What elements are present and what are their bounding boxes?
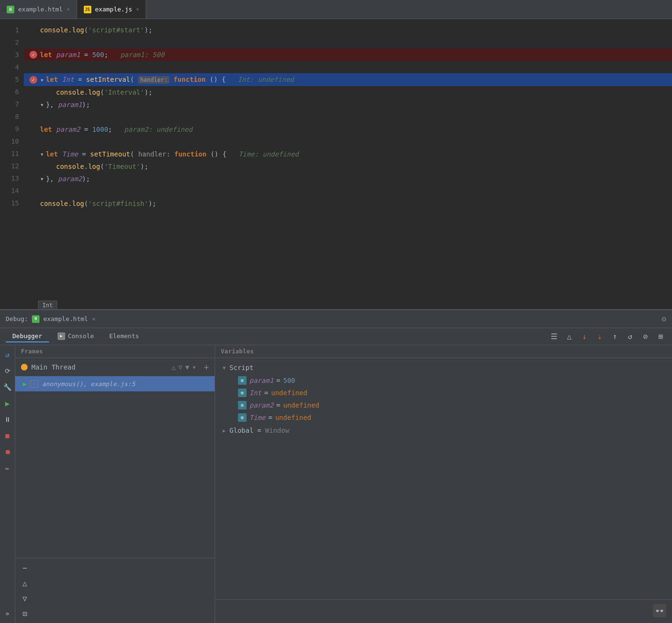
debug-header: Debug: H example.html × ⚙ (0, 310, 672, 328)
vars-scroll-up[interactable]: △ (19, 577, 30, 589)
settings-icon[interactable]: ⚙ (662, 314, 666, 323)
pencil-btn[interactable]: ✏ (2, 462, 13, 474)
code-line-4 (24, 61, 672, 73)
code-line-7: ▾ }, param1); (24, 98, 672, 111)
script-group-label: Script (229, 364, 254, 371)
var-name-param2: param2 (249, 401, 274, 409)
play-btn[interactable]: ▶ (2, 398, 13, 409)
stop-btn[interactable]: ■ (2, 430, 13, 441)
code-content: console.log('script#start'); ✓ let param… (24, 19, 672, 309)
sync-btn[interactable]: ⟳ (2, 365, 13, 377)
code-line-8 (24, 111, 672, 123)
html-icon: H (7, 6, 14, 13)
global-chevron: ▶ (223, 428, 226, 433)
var-name-param1: param1 (249, 377, 274, 384)
debug-panel: Debug: H example.html × ⚙ Debugger ▶ Con… (0, 309, 672, 623)
code-line-10 (24, 136, 672, 148)
debug-close[interactable]: × (92, 315, 96, 322)
toolbar-btn-return[interactable]: ↑ (609, 331, 621, 342)
code-line-5: ✓ ▾ let Int = setInterval( handler: func… (24, 73, 672, 86)
var-eq-1: = (277, 377, 280, 384)
var-eq-4: = (268, 414, 272, 421)
tab-js[interactable]: JS example.js × (77, 0, 147, 19)
watch-glasses-btn[interactable]: 👓 (653, 604, 666, 617)
var-int: ⊡ Int = undefined (223, 387, 664, 399)
js-icon: JS (84, 6, 91, 13)
thread-down[interactable]: ▽ (178, 363, 182, 371)
console-icon: ▶ (58, 332, 65, 340)
thread-up[interactable]: △ (171, 363, 175, 371)
variables-panel: Variables ▼ Script ⊡ param1 = 500 ⊡ In (215, 345, 672, 623)
thread-menu[interactable]: ▾ (192, 363, 196, 371)
wrench-btn[interactable]: 🔧 (2, 381, 13, 393)
thread-filter[interactable]: ▼ (185, 363, 189, 371)
code-line-13: ▾ }, param2); (24, 173, 672, 185)
frame-label: anonymous(), example.js:5 (42, 380, 135, 388)
var-type-time: ⊡ (238, 413, 247, 422)
expand-btn[interactable]: » (2, 608, 13, 619)
variable-tooltip: Int (38, 301, 57, 309)
tab-html[interactable]: H example.html × (0, 0, 77, 19)
breakpoint-5[interactable]: ✓ (30, 76, 37, 84)
code-line-12: console.log('Timeout'); (24, 160, 672, 173)
line-numbers: 1 2 3 4 5 6 7 8 9 10 11 12 13 14 15 (0, 19, 24, 309)
var-eq-2: = (264, 389, 268, 397)
toolbar-btn-stepout[interactable]: ⇣ (594, 331, 605, 342)
vars-copy-btn[interactable]: ⊡ (19, 608, 30, 619)
var-val-int: undefined (271, 389, 307, 397)
tab-debugger[interactable]: Debugger (6, 331, 49, 342)
global-group-header[interactable]: ▶ Global = Window (223, 424, 664, 437)
script-group-header[interactable]: ▼ Script (223, 361, 664, 374)
tab-js-close[interactable]: × (136, 6, 139, 12)
toolbar-btn-stop[interactable]: ⊘ (640, 331, 651, 342)
debug-file-name: example.html (43, 315, 88, 322)
variables-section: ▼ Script ⊡ param1 = 500 ⊡ Int = undefine… (215, 358, 672, 599)
var-val-param2: undefined (283, 401, 319, 409)
frames-panel: Frames Main Thread △ ▽ ▼ ▾ + ▶ ⊡ anonymo… (15, 345, 215, 623)
var-type-param1: ⊡ (238, 376, 247, 385)
left-controls: ↺ ⟳ 🔧 ▶ ⏸ ■ ⏺ ✏ » (0, 345, 15, 623)
thread-row: Main Thread △ ▽ ▼ ▾ + (15, 358, 215, 376)
code-line-1: console.log('script#start'); (24, 24, 672, 36)
toolbar-btn-stepover[interactable]: △ (563, 331, 575, 342)
tab-console[interactable]: ▶ Console (51, 331, 101, 343)
breakpoint-3[interactable]: ✓ (30, 51, 37, 58)
frames-header: Frames (15, 345, 215, 358)
thread-name: Main Thread (31, 363, 168, 371)
variables-header: Variables (215, 345, 672, 358)
pause-btn[interactable]: ⏸ (2, 414, 13, 425)
var-name-int: Int (249, 389, 261, 397)
tab-html-label: example.html (18, 6, 63, 13)
code-line-11: ▾ let Time = setTimeout( handler: functi… (24, 148, 672, 160)
global-value: Window (265, 427, 289, 434)
tab-js-label: example.js (95, 6, 132, 13)
thread-controls: △ ▽ ▼ ▾ (171, 363, 196, 371)
tab-html-close[interactable]: × (67, 6, 70, 12)
frame-item-anon[interactable]: ▶ ⊡ anonymous(), example.js:5 (15, 376, 215, 391)
toolbar-btn-restart[interactable]: ↺ (624, 331, 636, 342)
var-param1: ⊡ param1 = 500 (223, 374, 664, 387)
toolbar-btn-stepinto[interactable]: ↓ (579, 331, 590, 342)
thread-add[interactable]: + (204, 362, 209, 372)
vars-minus-btn[interactable]: − (19, 562, 30, 574)
debugger-tab-bar: Debugger ▶ Console Elements ☰ △ ↓ ⇣ ↑ ↺ … (0, 328, 672, 345)
tab-elements[interactable]: Elements (102, 331, 146, 342)
var-name-time: Time (249, 414, 266, 421)
toolbar-btn-grid[interactable]: ⊞ (655, 331, 666, 342)
var-time: ⊡ Time = undefined (223, 411, 664, 424)
resume-btn[interactable]: ↺ (2, 349, 13, 360)
global-group-label: Global (229, 427, 254, 434)
code-line-14 (24, 185, 672, 197)
code-line-6: console.log('Interval'); (24, 86, 672, 98)
frame-type-icon: ⊡ (30, 380, 38, 388)
code-line-2 (24, 36, 672, 49)
var-val-time: undefined (275, 414, 311, 421)
thread-indicator (21, 364, 28, 370)
vars-scroll-down[interactable]: ▽ (19, 593, 30, 604)
code-line-3: ✓ let param1 = 500; param1: 500 (24, 49, 672, 61)
toolbar-btn-lines[interactable]: ☰ (548, 331, 560, 342)
record-btn[interactable]: ⏺ (2, 446, 13, 458)
var-type-param2: ⊡ (238, 401, 247, 409)
code-line-15: console.log('script#finish'); (24, 197, 672, 210)
debug-body: ↺ ⟳ 🔧 ▶ ⏸ ■ ⏺ ✏ » Frames Main Thread △ ▽… (0, 345, 672, 623)
